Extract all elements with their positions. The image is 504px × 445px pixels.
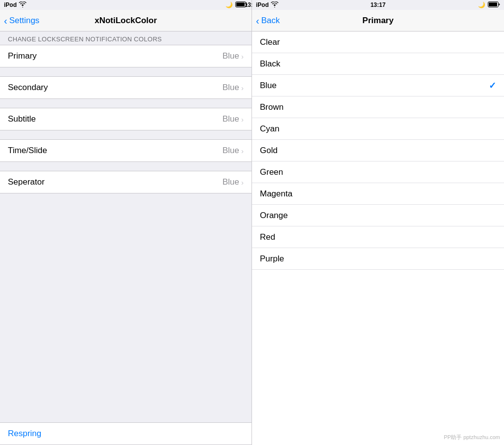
color-item-green[interactable]: Green <box>252 161 504 183</box>
color-item-gold[interactable]: Gold <box>252 140 504 161</box>
color-label-red: Red <box>260 232 275 242</box>
color-label-black: Black <box>260 59 281 69</box>
color-item-clear[interactable]: Clear <box>252 32 504 53</box>
left-nav-title: xNotiLockColor <box>94 16 157 26</box>
color-item-brown[interactable]: Brown <box>252 96 504 118</box>
color-item-cyan[interactable]: Cyan <box>252 118 504 140</box>
color-label-blue: Blue <box>260 81 277 91</box>
color-check-blue: ✓ <box>489 80 496 91</box>
color-label-purple: Purple <box>260 254 284 264</box>
subtitle-setting-item[interactable]: Subtitle Blue › <box>0 108 252 130</box>
color-list: ClearBlackBlue✓BrownCyanGoldGreenMagenta… <box>252 32 504 445</box>
color-label-cyan: Cyan <box>260 124 280 134</box>
left-status-bar: iPod 13:17 🌙 <box>0 0 252 10</box>
subtitle-table: Subtitle Blue › <box>0 108 252 130</box>
subtitle-label: Subtitle <box>8 114 36 124</box>
subtitle-value: Blue › <box>222 114 244 124</box>
right-status-bar: iPod 13:17 🌙 <box>252 0 504 10</box>
separator-table: Seperator Blue › <box>0 171 252 193</box>
secondary-table: Secondary Blue › <box>0 76 252 99</box>
separator-setting-item[interactable]: Seperator Blue › <box>0 171 252 193</box>
respring-group: Respring <box>0 422 252 445</box>
color-item-purple[interactable]: Purple <box>252 248 504 270</box>
spacer-2 <box>0 99 252 108</box>
secondary-value: Blue › <box>222 83 244 93</box>
left-back-chevron-icon: ‹ <box>4 16 7 26</box>
timeslide-setting-item[interactable]: Time/Slide Blue › <box>0 140 252 161</box>
spacer-6 <box>0 202 252 211</box>
left-nav-bar: ‹ Settings xNotiLockColor <box>0 10 252 32</box>
svg-rect-3 <box>489 2 497 6</box>
right-back-label: Back <box>261 16 280 26</box>
secondary-chevron-icon: › <box>241 84 244 92</box>
color-label-magenta: Magenta <box>260 189 292 199</box>
color-item-magenta[interactable]: Magenta <box>252 183 504 205</box>
right-time: 13:17 <box>371 1 386 8</box>
right-back-button[interactable]: ‹ Back <box>256 16 280 26</box>
left-panel: iPod 13:17 🌙 <box>0 0 252 445</box>
left-back-button[interactable]: ‹ Settings <box>4 16 39 26</box>
subtitle-chevron-icon: › <box>241 115 244 124</box>
left-wifi-icon <box>19 1 27 9</box>
color-item-red[interactable]: Red <box>252 226 504 248</box>
right-status-right: 🌙 <box>478 1 500 9</box>
timeslide-label: Time/Slide <box>8 146 47 156</box>
spacer-4 <box>0 162 252 171</box>
settings-table: Primary Blue › <box>0 45 252 67</box>
left-back-label: Settings <box>9 16 39 26</box>
right-nav-title: Primary <box>362 16 393 26</box>
primary-value: Blue › <box>222 51 244 61</box>
separator-chevron-icon: › <box>241 178 244 187</box>
right-nav-bar: ‹ Back Primary <box>252 10 504 32</box>
left-content: CHANGE LOCKSCREEN NOTIFICATION COLORS Pr… <box>0 32 252 445</box>
right-status-left: iPod <box>256 1 279 9</box>
separator-value: Blue › <box>222 177 244 187</box>
color-label-green: Green <box>260 167 283 177</box>
left-moon-icon: 🌙 <box>225 1 233 8</box>
spacer-5 <box>0 193 252 202</box>
respring-button[interactable]: Respring <box>0 423 252 445</box>
spacer-3 <box>0 130 252 139</box>
color-item-orange[interactable]: Orange <box>252 205 504 226</box>
left-device-label: iPod <box>4 1 17 8</box>
right-device-label: iPod <box>256 1 269 8</box>
timeslide-table: Time/Slide Blue › <box>0 139 252 162</box>
secondary-label: Secondary <box>8 83 48 93</box>
color-item-black[interactable]: Black <box>252 53 504 75</box>
timeslide-value: Blue › <box>222 146 244 156</box>
primary-chevron-icon: › <box>241 52 244 61</box>
section-header: CHANGE LOCKSCREEN NOTIFICATION COLORS <box>0 32 252 45</box>
timeslide-chevron-icon: › <box>241 147 244 155</box>
color-label-brown: Brown <box>260 102 284 112</box>
color-label-orange: Orange <box>260 211 288 221</box>
spacer-1 <box>0 67 252 76</box>
primary-label: Primary <box>8 51 37 61</box>
secondary-setting-item[interactable]: Secondary Blue › <box>0 77 252 98</box>
respring-label: Respring <box>8 429 41 439</box>
watermark: PP助手 pptzhuzhu.com <box>444 434 500 441</box>
primary-setting-item[interactable]: Primary Blue › <box>0 45 252 67</box>
svg-rect-1 <box>236 2 245 6</box>
color-label-clear: Clear <box>260 37 280 47</box>
left-status-left: iPod <box>4 1 27 9</box>
color-label-gold: Gold <box>260 146 278 156</box>
color-item-blue[interactable]: Blue✓ <box>252 75 504 96</box>
right-battery-icon <box>488 1 500 9</box>
right-panel: iPod 13:17 🌙 <box>252 0 504 445</box>
right-moon-icon: 🌙 <box>478 1 485 8</box>
separator-label: Seperator <box>8 177 45 187</box>
right-wifi-icon <box>271 1 279 9</box>
right-back-chevron-icon: ‹ <box>256 16 259 26</box>
